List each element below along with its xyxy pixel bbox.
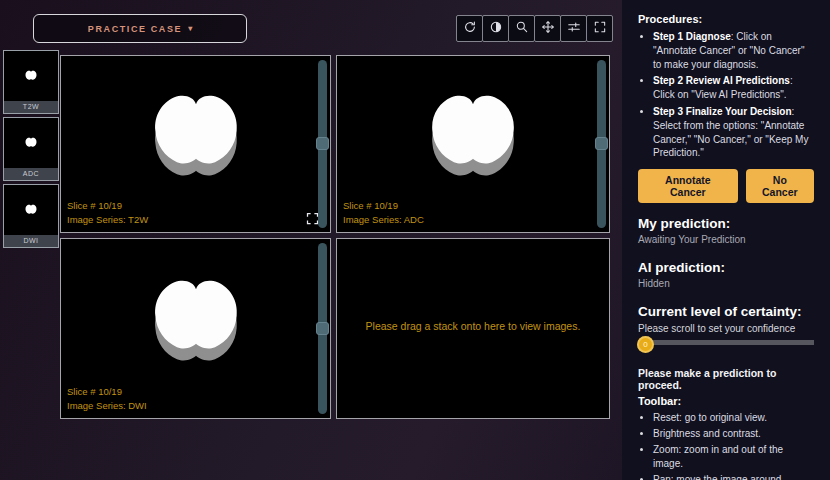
viewer-toolbar [457,15,613,42]
certainty-section: Current level of certainty: Please scrol… [638,304,814,345]
procedure-step: Step 3 Finalize Your Decision: Select fr… [653,105,814,160]
procedure-step: Step 2 Review AI Predictions: Click on "… [653,74,814,102]
fullscreen-button[interactable] [586,15,613,42]
practice-case-label: PRACTICE CASE [88,24,182,34]
app-root: PRACTICE CASE ▾ [0,0,830,480]
toolbar-help-title: Toolbar: [638,395,814,407]
empty-viewport-message: Please drag a stack onto here to view im… [337,320,609,332]
thumbnail-label: T2W [4,101,58,113]
certainty-title: Current level of certainty: [638,304,814,319]
slice-number-label: Slice # 10/19 [67,199,148,213]
thumbnail-adc[interactable]: ADC [3,117,59,181]
viewport-dwi[interactable]: Slice # 10/19 Image Series: DWI [60,238,331,419]
toolbar-help-item: Reset: go to original view. [653,411,814,425]
zoom-button[interactable] [508,15,535,42]
caret-down-icon: ▾ [188,24,192,33]
diagnosis-buttons: Annotate Cancer No Cancer [638,169,814,203]
viewport-overlay-labels: Slice # 10/19 Image Series: ADC [343,199,424,227]
viewport-overlay-labels: Slice # 10/19 Image Series: DWI [67,385,147,413]
ai-prediction-value: Hidden [638,278,814,289]
slice-number-label: Slice # 10/19 [67,385,147,399]
proceed-note: Please make a prediction to proceed. [638,367,814,391]
brightness-contrast-icon [489,20,503,38]
toolbar-help-item: Zoom: zoom in and out of the image. [653,443,814,471]
toolbar-help-list: Reset: go to original view. Brightness a… [638,411,814,480]
my-prediction-title: My prediction: [638,216,814,231]
thumbnail-dwi[interactable]: DWI [3,184,59,248]
ai-prediction-title: AI prediction: [638,260,814,275]
toolbar-help-item: Pan: move the image around. [653,473,814,480]
viewport-t2w[interactable]: Slice # 10/19 Image Series: T2W [60,55,331,233]
thumbnail-brain-image [24,68,38,86]
practice-case-dropdown[interactable]: PRACTICE CASE ▾ [33,14,247,43]
mri-brain-image [138,272,254,378]
reset-view-button[interactable] [456,15,483,42]
thumbnail-label: ADC [4,168,58,180]
slice-scrollbar-thumb[interactable] [316,137,329,150]
step-bold-label: Step 1 Diagnose [653,31,731,42]
confidence-slider[interactable]: 0 [638,340,814,345]
series-name-label: Image Series: ADC [343,213,424,227]
my-prediction-value: Awaiting Your Prediction [638,234,814,245]
viewport-empty-droptarget[interactable]: Please drag a stack onto here to view im… [336,238,610,419]
slice-scrollbar-thumb[interactable] [595,137,608,150]
viewport-overlay-labels: Slice # 10/19 Image Series: T2W [67,199,148,227]
correlate-button[interactable] [560,15,587,42]
thumbnail-brain-image [24,202,38,220]
procedures-title: Procedures: [638,13,814,25]
mri-brain-image [415,87,531,193]
step-bold-label: Step 2 Review AI Predictions [653,75,790,86]
slice-scrollbar[interactable] [597,60,606,228]
slice-scrollbar-thumb[interactable] [316,322,329,335]
fullscreen-icon [593,20,607,38]
certainty-hint: Please scroll to set your confidence [638,323,814,334]
ai-prediction-section: AI prediction: Hidden [638,260,814,289]
toolbar-help-item: Brightness and contrast. [653,427,814,441]
slice-scrollbar[interactable] [318,60,327,228]
series-name-label: Image Series: DWI [67,399,147,413]
my-prediction-section: My prediction: Awaiting Your Prediction [638,216,814,245]
mri-brain-image [138,87,254,193]
thumbnail-label: DWI [4,235,58,247]
brightness-contrast-button[interactable] [482,15,509,42]
thumbnail-brain-image [24,135,38,153]
viewport-adc[interactable]: Slice # 10/19 Image Series: ADC [336,55,610,233]
series-name-label: Image Series: T2W [67,213,148,227]
slice-scrollbar[interactable] [318,243,327,414]
procedure-step: Step 1 Diagnose: Click on "Annotate Canc… [653,30,814,71]
pan-button[interactable] [534,15,561,42]
step-bold-label: Step 3 Finalize Your Decision [653,106,792,117]
slice-number-label: Slice # 10/19 [343,199,424,213]
pan-icon [541,20,555,38]
correlate-icon [567,20,581,38]
procedures-list: Step 1 Diagnose: Click on "Annotate Canc… [638,30,814,160]
confidence-slider-handle[interactable]: 0 [637,336,654,353]
reset-icon [463,20,477,38]
annotate-cancer-button[interactable]: Annotate Cancer [638,169,738,203]
thumbnail-t2w[interactable]: T2W [3,50,59,114]
no-cancer-button[interactable]: No Cancer [746,169,814,203]
instructions-panel: Procedures: Step 1 Diagnose: Click on "A… [622,0,830,480]
zoom-icon [515,20,529,38]
